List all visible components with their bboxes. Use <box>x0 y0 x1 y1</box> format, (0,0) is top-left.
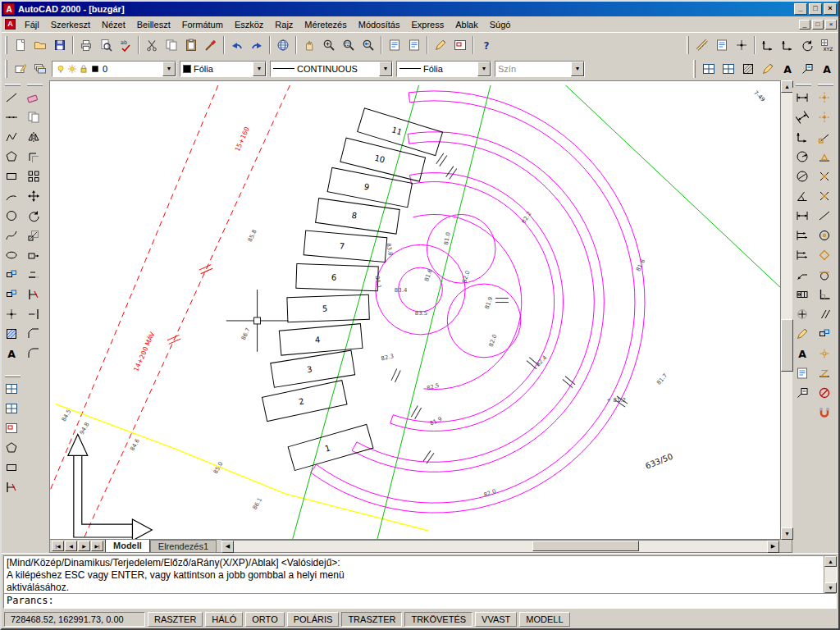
snap-to-parallel-button[interactable] <box>815 304 834 324</box>
stretch-button[interactable] <box>24 245 43 265</box>
dimension-edit-button[interactable] <box>792 324 812 344</box>
model-paper-toggle-button[interactable] <box>719 59 738 79</box>
snap-to-endpoint-button[interactable] <box>815 127 834 147</box>
ordinate-dimension-button[interactable] <box>792 127 812 147</box>
snap-to-nearest-button[interactable] <box>815 363 834 383</box>
toggle-traszter[interactable]: TRASZTER <box>341 612 402 627</box>
menu-f-jl[interactable]: Fájl <box>19 18 45 31</box>
dimension-style-button[interactable] <box>792 383 812 403</box>
snap-from-button[interactable] <box>815 107 834 127</box>
command-scroll-up-icon[interactable]: ▲ <box>824 556 837 567</box>
tab-model[interactable]: Modell <box>105 539 150 552</box>
lineweight-combo[interactable]: Fólia ▼ <box>396 61 491 77</box>
vertical-scrollbar[interactable]: ▲ ▼ <box>780 80 792 540</box>
toolbar-grip[interactable] <box>687 36 689 54</box>
chip-icon[interactable] <box>89 63 100 74</box>
properties-button[interactable] <box>404 35 424 55</box>
command-history[interactable]: [Mind/Közép/Dinamikus/Terjedelem/Előző/a… <box>4 556 824 593</box>
designcenter-button[interactable] <box>385 35 404 55</box>
snap-to-extension-button[interactable] <box>815 206 834 226</box>
first-tab-button[interactable]: |◀ <box>52 541 64 551</box>
cut-button[interactable] <box>142 35 162 55</box>
temporary-tracking-point-button[interactable] <box>815 88 834 107</box>
menu-n-zet[interactable]: Nézet <box>96 18 131 31</box>
zoom-window-button[interactable] <box>339 35 358 55</box>
layers-dialog-button[interactable] <box>30 59 50 79</box>
toggle-vvast[interactable]: VVAST <box>475 612 517 627</box>
single-line-text-button[interactable]: A <box>778 59 797 79</box>
dimension-style-button[interactable] <box>797 59 817 79</box>
vertical-scroll-thumb[interactable] <box>781 319 793 372</box>
menu-beilleszt[interactable]: Beilleszt <box>131 18 176 31</box>
redraw-all-button[interactable] <box>431 35 450 55</box>
menu-form-tum[interactable]: Formátum <box>176 18 229 31</box>
chamfer-button[interactable] <box>24 324 43 344</box>
horizontal-scroll-thumb[interactable] <box>532 541 639 551</box>
paste-button[interactable] <box>181 35 201 55</box>
toggle-pol-ris[interactable]: POLÁRIS <box>287 612 340 627</box>
toggle-orto[interactable]: ORTO <box>245 612 284 627</box>
copy-object-button[interactable] <box>24 107 43 127</box>
arc-button[interactable] <box>2 186 21 206</box>
close-button[interactable]: × <box>824 3 837 15</box>
document-icon[interactable]: A <box>5 19 16 30</box>
app-icon[interactable]: A <box>3 3 15 15</box>
horizontal-scrollbar[interactable]: ◀ ▶ <box>221 540 779 552</box>
open-button[interactable] <box>30 35 50 55</box>
drawing-canvas[interactable]: 111098765432183.483.581.682.081.082.281.… <box>49 80 780 540</box>
save-button[interactable] <box>50 35 70 55</box>
construction-line-button[interactable] <box>2 107 21 127</box>
mirror-button[interactable] <box>24 127 43 147</box>
point-button[interactable] <box>2 304 21 324</box>
aerial-view-button[interactable] <box>450 35 470 55</box>
snap-to-perpendicular-button[interactable] <box>815 285 834 304</box>
menu-ablak[interactable]: Ablak <box>450 18 484 31</box>
redo-button[interactable] <box>247 35 267 55</box>
convert-object-to-viewport-button[interactable] <box>2 458 21 477</box>
spelling-button[interactable]: ab <box>116 35 135 55</box>
named-viewports-button[interactable] <box>2 379 21 399</box>
command-prompt[interactable]: Parancs: <box>4 594 836 608</box>
viewports-dialog-button[interactable] <box>699 59 719 79</box>
lineweight-combo-dropdown-icon[interactable]: ▼ <box>477 62 491 76</box>
match-properties-button[interactable] <box>201 35 221 55</box>
snap-to-intersection-button[interactable] <box>815 167 834 186</box>
sketch-button[interactable] <box>758 59 778 79</box>
point-filters-kxyz-button[interactable]: XYZ <box>817 35 837 55</box>
toolbar-grip[interactable] <box>27 84 43 86</box>
array-button[interactable] <box>24 167 43 186</box>
snap-to-quadrant-button[interactable] <box>815 245 834 265</box>
single-viewport-button[interactable] <box>2 418 21 438</box>
toggle-modell[interactable]: MODELL <box>519 612 569 627</box>
rotate-button[interactable] <box>24 206 43 226</box>
radius-dimension-button[interactable] <box>792 147 812 167</box>
toolbar-grip[interactable] <box>5 36 7 54</box>
spline-button[interactable] <box>2 226 21 245</box>
baseline-dimension-button[interactable] <box>792 226 812 245</box>
distance-button[interactable] <box>692 35 712 55</box>
menu-s-g-[interactable]: Súgó <box>484 18 517 31</box>
ucs-previous-button[interactable] <box>797 35 817 55</box>
zoom-previous-button[interactable] <box>358 35 378 55</box>
line-button[interactable] <box>2 88 21 107</box>
snap-to-insertion-button[interactable] <box>815 324 834 344</box>
snap-to-none-button[interactable] <box>815 383 834 403</box>
lengthen-button[interactable] <box>24 265 43 285</box>
polyline-button[interactable] <box>2 127 21 147</box>
hatch-button[interactable] <box>2 324 21 344</box>
toolbar-grip[interactable] <box>5 84 21 86</box>
erase-button[interactable] <box>24 88 43 107</box>
scroll-up-icon[interactable]: ▲ <box>781 80 793 93</box>
layer-combo-dropdown-icon[interactable]: ▼ <box>162 62 176 76</box>
restore-button[interactable]: □ <box>809 3 822 15</box>
quick-leader-button[interactable] <box>792 265 812 285</box>
copy-clip-button[interactable] <box>162 35 181 55</box>
menu-express[interactable]: Express <box>405 18 450 31</box>
menu-m-dos-t-s[interactable]: Módosítás <box>353 18 406 31</box>
aligned-dimension-button[interactable] <box>792 107 812 127</box>
zoom-realtime-button[interactable] <box>319 35 339 55</box>
snap-to-center-button[interactable] <box>815 226 834 245</box>
diameter-dimension-button[interactable] <box>792 167 812 186</box>
toolbar-grip[interactable] <box>693 60 696 78</box>
command-scrollbar[interactable]: ▲ ▼ <box>824 556 836 593</box>
